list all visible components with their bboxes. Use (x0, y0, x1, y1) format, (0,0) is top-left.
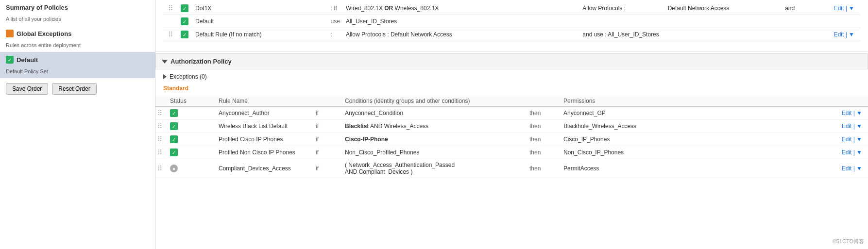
save-order-button[interactable]: Save Order (6, 83, 48, 95)
table-row: ⠿ ✓ Wireless Black List Default if Black… (155, 120, 868, 133)
sidebar: Summary of Policies A list of all your p… (0, 0, 155, 249)
status-badge: ✓ (181, 4, 188, 12)
table-row: ⠿ ● Compliant_Devices_Access if ( Networ… (155, 159, 868, 178)
exceptions-label: Exceptions (0) (170, 73, 207, 80)
drag-handle-cell[interactable]: ⠿ (155, 165, 170, 172)
sidebar-global-exceptions[interactable]: Global Exceptions (0, 26, 155, 41)
permission-non-cisco-phones: Non_Cisco_IP_Phones (563, 149, 670, 156)
edit-dropdown-icon-default[interactable]: | ▼ (846, 31, 854, 38)
condition-bold: Cisco-IP-Phone (345, 136, 388, 143)
drag-handle-icon[interactable]: ⠿ (166, 31, 175, 38)
auth-table-headers: Status Rule Name Conditions (identity gr… (155, 96, 868, 107)
condition-bold-part: Blacklist (345, 123, 369, 130)
edit-dropdown-icon[interactable]: | ▼ (851, 123, 862, 130)
rule-name-compliant-devices: Compliant_Devices_Access (219, 165, 316, 172)
drag-handle-icon[interactable]: ⠿ (155, 122, 164, 130)
sub-rule-name: Default (192, 15, 328, 28)
orange-square-icon (6, 30, 14, 37)
and-use-identity: and use : All_User_ID_Stores (579, 28, 782, 41)
exceptions-row[interactable]: Exceptions (0) (155, 69, 868, 84)
condition-cisco-phones: Cisco-IP-Phone (345, 136, 529, 143)
condition-part1: ( Network_Access_Authentication_Passed (345, 162, 455, 168)
edit-cell[interactable]: Edit | ▼ (829, 110, 868, 116)
collapse-icon (162, 60, 168, 64)
table-row: ⠿ ✓ Dot1X : If Wired_802.1X OR Wireless_… (163, 2, 860, 15)
then-cell: then (529, 123, 563, 130)
drag-handle-cell[interactable]: ⠿ (155, 135, 170, 143)
permission-cisco-phones: Cisco_IP_Phones (563, 136, 670, 143)
drag-handle-icon[interactable]: ⠿ (155, 135, 164, 143)
edit-dropdown-icon[interactable]: | ▼ (846, 5, 854, 12)
status-badge: ✓ (181, 17, 188, 25)
condition-rest: Wireless_Access (384, 123, 428, 130)
edit-dropdown-icon[interactable]: | ▼ (851, 136, 862, 143)
col-permissions: Permissions (563, 98, 670, 104)
edit-cell[interactable]: Edit | ▼ (829, 123, 868, 130)
then-cell: then (529, 136, 563, 143)
drag-handle-icon[interactable]: ⠿ (155, 165, 164, 172)
status-cell: ✓ (170, 149, 219, 156)
edit-dropdown-icon[interactable]: | ▼ (851, 165, 862, 172)
table-row-sub: ✓ Default use All_User_ID_Stores (163, 15, 860, 28)
edit-link[interactable]: Edit (842, 123, 852, 130)
condition-text: Wired_802.1X OR Wireless_802.1X (346, 5, 439, 12)
if-cell: if (316, 165, 345, 172)
condition-non-cisco-phones: Non_Cisco_Profiled_Phones (345, 149, 529, 156)
edit-dropdown-icon[interactable]: | ▼ (851, 149, 862, 156)
if-label: : If (328, 2, 343, 15)
edit-cell[interactable]: Edit | ▼ (829, 149, 868, 156)
if-cell: if (316, 110, 345, 116)
default-check-icon (6, 56, 14, 64)
rule-name-cisco-phones: Profiled Cisco IP Phones (219, 136, 316, 143)
table-row: ⠿ ✓ Anyconnect_Author if Anyconnect_Cond… (155, 107, 868, 120)
drag-handle-icon[interactable]: ⠿ (155, 109, 164, 117)
authorization-policy-title: Authorization Policy (170, 58, 232, 65)
drag-handle-cell[interactable]: ⠿ (155, 109, 170, 117)
protocol-value: Default Network Access (665, 2, 782, 15)
main-content: ⠿ ✓ Dot1X : If Wired_802.1X OR Wireless_… (155, 0, 868, 249)
edit-link[interactable]: Edit (834, 5, 844, 12)
identity-value: All_User_ID_Stores (343, 15, 579, 28)
use-label: use (328, 15, 343, 28)
col-status: Status (170, 98, 219, 104)
rule-name-anyconnect: Anyconnect_Author (219, 110, 316, 116)
sidebar-default-item[interactable]: Default (0, 52, 155, 67)
edit-cell[interactable]: Edit | ▼ (829, 165, 868, 172)
reset-order-button[interactable]: Reset Order (52, 83, 96, 95)
sidebar-global-sub: Rules across entire deployment (0, 41, 155, 52)
drag-handle-cell[interactable]: ⠿ (155, 149, 170, 156)
condition-wireless-blacklist: Blacklist AND Wireless_Access (345, 123, 529, 130)
drag-handle-icon[interactable]: ⠿ (155, 149, 164, 156)
edit-dropdown-icon[interactable]: | ▼ (851, 110, 862, 116)
if-cell: if (316, 123, 345, 130)
permission-anyconnect: Anyconnect_GP (563, 110, 670, 116)
edit-cell[interactable]: Edit | ▼ (829, 136, 868, 143)
status-cell: ✓ (170, 122, 219, 130)
status-badge: ✓ (170, 135, 178, 143)
edit-link[interactable]: Edit (842, 165, 852, 172)
default-label: Default (17, 56, 38, 64)
drag-handle-cell[interactable]: ⠿ (155, 122, 170, 130)
authentication-table: ⠿ ✓ Dot1X : If Wired_802.1X OR Wireless_… (163, 2, 860, 41)
then-cell: then (529, 149, 563, 156)
permission-wireless-blacklist: Blackhole_Wireless_Access (563, 123, 670, 130)
edit-link[interactable]: Edit (842, 110, 852, 116)
rule-name-wireless-blacklist: Wireless Black List Default (219, 123, 316, 130)
sidebar-summary-title: Summary of Policies (0, 0, 155, 15)
status-badge: ✓ (181, 31, 188, 38)
sidebar-summary-sub: A list of all your policies (0, 15, 155, 26)
standard-link[interactable]: Standard (155, 84, 868, 96)
status-badge: ✓ (170, 149, 178, 156)
condition-compliant-devices: ( Network_Access_Authentication_Passed A… (345, 162, 529, 175)
status-badge: ✓ (170, 109, 178, 117)
drag-handle-icon[interactable]: ⠿ (166, 4, 175, 12)
edit-link[interactable]: Edit (842, 136, 852, 143)
status-cell: ✓ (170, 109, 219, 117)
expand-exceptions-icon (163, 74, 167, 79)
default-rule-name: Default Rule (If no match) (192, 28, 328, 41)
status-cell: ✓ (170, 135, 219, 143)
edit-link[interactable]: Edit (842, 149, 852, 156)
authorization-policy-header[interactable]: Authorization Policy (155, 53, 868, 69)
condition-and: AND (370, 123, 384, 130)
edit-link-default[interactable]: Edit (834, 31, 844, 38)
